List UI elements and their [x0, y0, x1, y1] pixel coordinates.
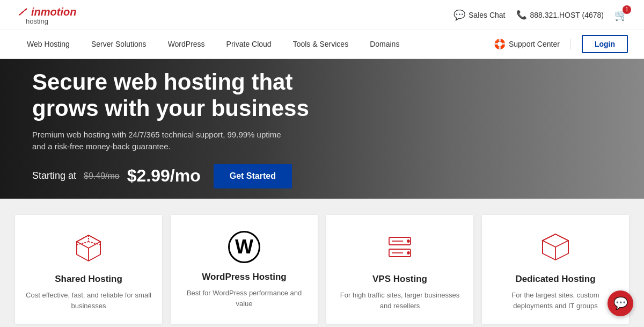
vps-hosting-card[interactable]: VPS Hosting For high traffic sites, larg… [326, 215, 473, 324]
shared-hosting-title: Shared Hosting [55, 274, 122, 285]
hero-new-price: $2.99/mo [127, 166, 201, 186]
svg-marker-15 [543, 234, 568, 247]
phone-link[interactable]: 📞 888.321.HOST (4678) [516, 10, 604, 20]
dedicated-hosting-desc: For the largest sites, custom deployment… [493, 290, 618, 311]
wordpress-hosting-icon: W [228, 231, 260, 263]
logo-slash: ⟋ [15, 4, 31, 19]
hero-pricing: Starting at $9.49/mo $2.99/mo Get Starte… [32, 164, 333, 188]
svg-point-11 [407, 252, 409, 254]
hero-title: Secure web hosting that grows with your … [32, 69, 333, 121]
support-label: Support Center [509, 40, 560, 48]
dedicated-hosting-icon [539, 231, 572, 265]
dedicated-hosting-title: Dedicated Hosting [515, 274, 595, 285]
nav-items: Web Hosting Server Solutions WordPress P… [16, 30, 494, 58]
nav-item-tools-services[interactable]: Tools & Services [282, 30, 359, 58]
nav-item-private-cloud[interactable]: Private Cloud [216, 30, 282, 58]
wordpress-hosting-desc: Best for WordPress performance and value [181, 288, 307, 309]
vps-hosting-desc: For high traffic sites, larger businesse… [337, 290, 463, 311]
logo-brand-text: inmotion [31, 6, 76, 18]
nav-divider [570, 39, 571, 49]
wp-logo: W [228, 231, 260, 263]
vps-hosting-title: VPS Hosting [372, 274, 427, 285]
wordpress-hosting-card[interactable]: W WordPress Hosting Best for WordPress p… [171, 215, 318, 324]
logo[interactable]: ⟋ inmotion hosting [16, 4, 76, 25]
svg-point-10 [407, 240, 409, 242]
nav-item-server-solutions[interactable]: Server Solutions [80, 30, 157, 58]
shared-hosting-icon [72, 231, 105, 265]
hero-cta-button[interactable]: Get Started [214, 164, 292, 188]
main-nav: Web Hosting Server Solutions WordPress P… [0, 30, 644, 59]
nav-right: 🛟 Support Center Login [494, 35, 628, 53]
hero-old-price: $9.49/mo [84, 171, 120, 181]
hero-section: Secure web hosting that grows with your … [0, 59, 644, 199]
float-chat-icon: 💬 [613, 296, 628, 310]
login-button[interactable]: Login [582, 35, 628, 53]
support-icon: 🛟 [494, 38, 506, 50]
phone-icon: 📞 [516, 10, 527, 20]
hero-subtitle: Premium web hosting with 24/7/365 techni… [32, 129, 290, 153]
shared-hosting-desc: Cost effective, fast, and reliable for s… [26, 290, 151, 311]
logo-sub-text: hosting [26, 17, 76, 25]
hero-content: Secure web hosting that grows with your … [32, 69, 333, 188]
cart-badge: 1 [623, 5, 631, 14]
nav-item-domains[interactable]: Domains [359, 30, 410, 58]
sales-chat-label: Sales Chat [469, 11, 505, 19]
chat-icon: 💬 [453, 9, 465, 21]
shared-hosting-card[interactable]: Shared Hosting Cost effective, fast, and… [15, 215, 162, 324]
hero-starting-label: Starting at [32, 170, 76, 181]
sales-chat-link[interactable]: 💬 Sales Chat [453, 9, 505, 21]
support-center-link[interactable]: 🛟 Support Center [494, 38, 560, 50]
top-bar: ⟋ inmotion hosting 💬 Sales Chat 📞 888.32… [0, 0, 644, 30]
wordpress-hosting-title: WordPress Hosting [202, 272, 286, 282]
hosting-cards-section: Shared Hosting Cost effective, fast, and… [0, 199, 644, 327]
dedicated-hosting-card[interactable]: Dedicated Hosting For the largest sites,… [482, 215, 629, 324]
float-chat-button[interactable]: 💬 [608, 290, 633, 316]
nav-item-web-hosting[interactable]: Web Hosting [16, 30, 80, 58]
phone-number: 888.321.HOST (4678) [530, 11, 604, 19]
nav-item-wordpress[interactable]: WordPress [157, 30, 216, 58]
cart-button[interactable]: 🛒 1 [614, 9, 628, 21]
top-right-actions: 💬 Sales Chat 📞 888.321.HOST (4678) 🛒 1 [453, 9, 628, 21]
vps-hosting-icon [384, 231, 416, 265]
